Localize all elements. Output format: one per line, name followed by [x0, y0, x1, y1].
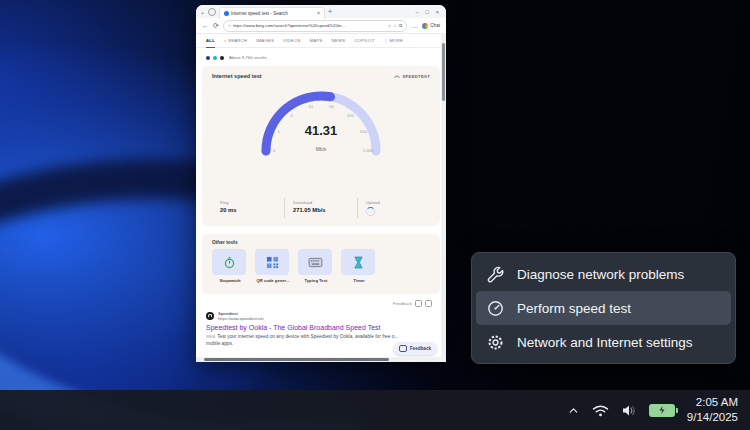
- zoom-icon[interactable]: ⌕: [388, 23, 391, 28]
- vertical-scrollbar-thumb[interactable]: [442, 43, 445, 101]
- nav-tab-copilot[interactable]: COPILOT: [354, 38, 374, 43]
- gauge-tick: 1,000: [363, 148, 373, 153]
- result-source-url: https://www.speedtest.net: [218, 316, 264, 321]
- result-snippet: WEBTest your internet speed on any devic…: [206, 333, 406, 347]
- speaker-icon[interactable]: [621, 403, 637, 418]
- horizontal-scrollbar[interactable]: [196, 357, 441, 362]
- result-title-link[interactable]: Speedtest by Ookla - The Global Broadban…: [206, 324, 436, 331]
- more-menu-icon[interactable]: …: [411, 22, 418, 29]
- gauge-tick: 5: [291, 112, 293, 117]
- web-badge: WEB: [206, 334, 215, 339]
- browser-menu-icon[interactable]: [208, 8, 216, 16]
- other-tools-title: Other tools: [212, 240, 430, 245]
- window-close-button[interactable]: ×: [436, 9, 439, 15]
- speedtest-brand: SPEEDTEST: [394, 73, 430, 79]
- tool-stopwatch[interactable]: Stopwatch: [212, 249, 248, 283]
- feedback-bubble-icon: [399, 345, 407, 352]
- taskbar-clock[interactable]: 2:05 AM 9/14/2025: [687, 395, 738, 425]
- menu-item-label: Perform speed test: [517, 301, 631, 316]
- bing-nav-bar: ALL ⌕SEARCH IMAGES VIDEOS MAPS NEWS COPI…: [196, 34, 446, 48]
- nav-tab-videos[interactable]: VIDEOS: [283, 38, 300, 43]
- horizontal-scrollbar-thumb[interactable]: [204, 358, 389, 361]
- nav-tab-news[interactable]: NEWS: [332, 38, 346, 43]
- chat-icon: [422, 23, 428, 29]
- source-dot-icon: [220, 56, 224, 60]
- gauge-tick: 0: [273, 148, 275, 153]
- tool-qr-code[interactable]: QR code gener...: [255, 249, 291, 283]
- tab-strip: ⌄ Internet speed test - Search × + – □ ×: [196, 5, 446, 18]
- stat-ping: Ping 20 ms: [212, 198, 284, 218]
- feedback-label[interactable]: Feedback: [393, 301, 412, 306]
- clock-time: 2:05 AM: [687, 395, 738, 410]
- gauge-tick: 500: [360, 129, 367, 134]
- favorites-star-icon[interactable]: ☆: [393, 23, 397, 28]
- window-maximize-button[interactable]: □: [425, 9, 428, 15]
- nav-tab-maps[interactable]: MAPS: [310, 38, 323, 43]
- wrench-icon: [486, 265, 504, 283]
- speed-stats-row: Ping 20 ms Download 271.05 Mb/s Upload: [212, 198, 430, 218]
- qr-code-icon: [266, 256, 279, 269]
- browser-toolbar: ← ⟳ ○ https://www.bing.com/search?q=inte…: [196, 18, 446, 34]
- speedometer-icon: [486, 299, 504, 317]
- results-count: About 9,760 results: [229, 55, 267, 60]
- hourglass-icon: [353, 256, 364, 269]
- tool-typing-test[interactable]: Typing Test: [298, 249, 334, 283]
- thumbs-up-icon[interactable]: [415, 300, 422, 307]
- taskbar: 2:05 AM 9/14/2025: [0, 390, 750, 430]
- speed-unit: Mb/s: [316, 146, 326, 151]
- menu-item-diagnose-network[interactable]: Diagnose network problems: [476, 257, 731, 291]
- widget-title: Internet speed test: [212, 73, 262, 79]
- speed-value: 41.31: [305, 122, 338, 137]
- feedback-button[interactable]: Feedback: [393, 342, 437, 355]
- speed-gauge: 0 1 5 10 50 100 500 1,000 41.31 Mb/s: [246, 83, 396, 161]
- url-text: https://www.bing.com/search?q=internet%2…: [233, 23, 387, 28]
- gauge-tick: 1: [278, 129, 280, 134]
- new-tab-button[interactable]: +: [328, 8, 332, 15]
- tab-close-icon[interactable]: ×: [317, 10, 320, 16]
- network-context-menu: Diagnose network problems Perform speed …: [471, 252, 736, 364]
- thumbs-down-icon[interactable]: [425, 300, 432, 307]
- menu-item-perform-speed-test[interactable]: Perform speed test: [476, 291, 731, 325]
- system-tray: 2:05 AM 9/14/2025: [567, 395, 750, 425]
- tab-search-chevron-icon[interactable]: ⌄: [200, 9, 205, 15]
- address-bar[interactable]: ○ https://www.bing.com/search?q=internet…: [223, 20, 407, 32]
- reload-button[interactable]: ⟳: [213, 22, 219, 29]
- nav-tab-images[interactable]: IMAGES: [256, 38, 274, 43]
- widget-feedback-row: Feedback: [196, 294, 446, 309]
- stopwatch-icon: [223, 256, 236, 269]
- upload-spinner-icon: [366, 207, 375, 216]
- clock-date: 9/14/2025: [687, 410, 738, 425]
- nav-tab-search[interactable]: ⌕SEARCH: [224, 38, 247, 43]
- stat-download: Download 271.05 Mb/s: [284, 198, 357, 218]
- source-dot-icon: [213, 56, 217, 60]
- other-tools-card: Other tools Stopwatch QR code gener... T…: [202, 234, 440, 294]
- nav-tab-more[interactable]: ⋮MORE: [383, 38, 403, 43]
- browser-tab[interactable]: Internet speed test - Search ×: [219, 7, 325, 19]
- bing-favicon: [224, 11, 229, 16]
- menu-item-network-settings[interactable]: Network and Internet settings: [476, 325, 731, 359]
- gear-icon: [486, 333, 504, 351]
- collections-icon[interactable]: ⧉: [399, 23, 402, 28]
- speed-test-widget: Internet speed test SPEEDTEST 0 1 5 10 5…: [202, 66, 440, 226]
- keyboard-icon: [308, 257, 323, 268]
- site-info-icon[interactable]: ○: [228, 23, 231, 28]
- more-dots-icon: ⋮: [383, 38, 388, 43]
- tab-title: Internet speed test - Search: [231, 11, 315, 16]
- nav-tab-all[interactable]: ALL: [206, 34, 215, 48]
- chevron-up-icon[interactable]: [567, 404, 580, 417]
- menu-item-label: Diagnose network problems: [517, 267, 684, 282]
- tool-timer[interactable]: Timer: [341, 249, 377, 283]
- vertical-scrollbar[interactable]: [441, 33, 446, 362]
- menu-item-label: Network and Internet settings: [517, 335, 693, 350]
- wifi-icon[interactable]: [592, 403, 609, 418]
- speedtest-logo-icon: [394, 73, 400, 79]
- window-minimize-button[interactable]: –: [415, 9, 418, 15]
- speedtest-favicon: [206, 312, 214, 320]
- battery-icon[interactable]: [649, 404, 675, 417]
- chat-button[interactable]: Chat: [422, 23, 440, 29]
- stat-upload: Upload: [357, 198, 430, 218]
- gauge-tick: 10: [308, 103, 313, 108]
- source-dot-icon: [206, 56, 210, 60]
- browser-window: ⌄ Internet speed test - Search × + – □ ×…: [196, 5, 446, 362]
- back-button[interactable]: ←: [202, 22, 209, 29]
